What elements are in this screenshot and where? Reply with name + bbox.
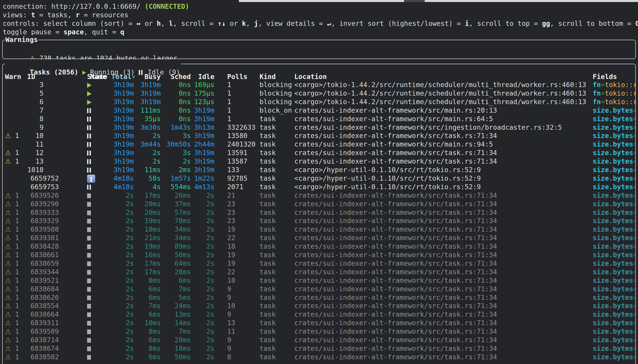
task-row[interactable]: 10183h19m11ms2ms3h19m133task<cargo>/hype… bbox=[3, 166, 635, 174]
cell-kind: task bbox=[260, 259, 296, 268]
cell-warn: ⚠ 1 bbox=[5, 293, 24, 302]
task-row[interactable]: ⚠ 168386592s17ms64ms2s19taskcrates/sui-i… bbox=[3, 259, 635, 268]
column-header-fields[interactable]: Fields bbox=[593, 72, 635, 81]
cell-kind: task bbox=[260, 183, 296, 191]
warn-count: 1 bbox=[15, 344, 19, 352]
cell-sched: 2s bbox=[163, 157, 191, 166]
cell-idle: 2s bbox=[192, 234, 214, 242]
field-equals: = bbox=[633, 132, 635, 140]
column-header-kind[interactable]: Kind bbox=[260, 72, 296, 81]
task-row[interactable]: ⚠ 168393332s20ms57ms2s23taskcrates/sui-i… bbox=[3, 208, 635, 217]
column-header-polls[interactable]: Polls bbox=[227, 72, 261, 81]
field-key: size.bytes bbox=[593, 336, 633, 344]
warn-count: 1 bbox=[15, 157, 19, 165]
field-key: size.bytes bbox=[593, 174, 633, 182]
field-equals: = bbox=[633, 106, 635, 114]
cell-sched: 0ns bbox=[163, 106, 191, 115]
task-row[interactable]: ⚠ 168384282s19ms89ms2s18taskcrates/sui-i… bbox=[3, 242, 635, 251]
text-segment: l bbox=[169, 20, 173, 28]
cell-location: crates/sui-indexer-alt-framework/src/tas… bbox=[294, 310, 591, 319]
cell-task-id: 10 bbox=[24, 132, 44, 140]
task-row[interactable]: 73h19m111ms0ns3h19m1block_oncrates/sui-i… bbox=[3, 106, 635, 115]
cell-idle: 2s bbox=[192, 225, 214, 234]
task-row[interactable]: ⚠ 168393292s19ms78ms2s23taskcrates/sui-i… bbox=[3, 216, 635, 225]
task-row[interactable]: 93h19m3m30s1m43s3h13m3322633taskcrates/s… bbox=[3, 123, 635, 132]
cell-name bbox=[90, 148, 100, 157]
task-row[interactable]: ⚠ 168395092s8ms7ms2s11taskcrates/sui-ind… bbox=[3, 327, 635, 336]
cell-fields: size.bytes= bbox=[593, 132, 635, 140]
task-row[interactable]: ⚠ 168392902s20ms37ms2s23taskcrates/sui-i… bbox=[3, 200, 635, 208]
cell-busy: 8ms bbox=[138, 276, 161, 285]
cell-busy: 2s bbox=[138, 148, 161, 157]
cell-location: crates/sui-indexer-alt-framework/src/tas… bbox=[294, 302, 591, 310]
task-row[interactable]: 113h19m3m44s30m50s2h44m2401320taskcrates… bbox=[3, 140, 635, 148]
cell-kind: task bbox=[260, 225, 296, 234]
warnings-panel: Warnings ⚠ 738 tasks are 1024 bytes or l… bbox=[2, 40, 636, 59]
task-row[interactable]: ⚠ 168393012s21ms34ms2s22taskcrates/sui-i… bbox=[3, 234, 635, 242]
field-key: size.bytes bbox=[593, 268, 633, 276]
task-row[interactable]: ⚠ 168386612s16ms50ms2s19taskcrates/sui-i… bbox=[3, 251, 635, 259]
text-segment: gg bbox=[542, 20, 550, 28]
task-row[interactable]: 83h19m35µs0ns3h19m1taskcrates/sui-indexe… bbox=[3, 115, 635, 123]
cell-location: crates/sui-indexer-alt-framework/src/tas… bbox=[294, 259, 591, 268]
cell-task-id: 6659753 bbox=[30, 183, 60, 191]
field-key: fn bbox=[593, 89, 601, 97]
task-row[interactable]: ⚠ 1103h19m2s3s3h19m13580taskcrates/sui-i… bbox=[3, 132, 635, 140]
warn-count: 1 bbox=[15, 234, 19, 242]
cell-busy: 35µs bbox=[138, 115, 161, 123]
column-header-location[interactable]: Location bbox=[294, 72, 591, 81]
task-row[interactable]: 53h19m3h19m0ns175µs1blocking<cargo>/toki… bbox=[3, 89, 635, 98]
cell-total: 2s bbox=[102, 327, 134, 336]
field-key: size.bytes bbox=[593, 200, 633, 208]
cell-total: 2s bbox=[102, 251, 134, 259]
task-row[interactable]: 6659752▲▲4m18s58s1m57s1m22s92785task<car… bbox=[3, 174, 635, 183]
task-row[interactable]: ⚠ 168393112s10ms14ms2s13taskcrates/sui-i… bbox=[3, 319, 635, 327]
task-row[interactable]: ⚠ 168386842s6ms7ms2s9taskcrates/sui-inde… bbox=[3, 285, 635, 293]
cell-name bbox=[90, 174, 100, 183]
column-header-sched[interactable]: Sched bbox=[163, 72, 191, 81]
task-row[interactable]: ⚠ 168385022s6ms50ms2s8taskcrates/sui-ind… bbox=[3, 353, 635, 361]
field-equals: = bbox=[633, 166, 635, 174]
cell-polls: 3322633 bbox=[227, 123, 261, 132]
field-equals: = bbox=[633, 344, 635, 352]
cell-busy: 3h19m bbox=[138, 80, 161, 89]
task-row[interactable]: ⚠ 168393442s17ms28ms2s22taskcrates/sui-i… bbox=[3, 268, 635, 276]
warning-icon: ⚠ bbox=[5, 225, 11, 233]
column-header-warn[interactable]: Warn bbox=[5, 72, 24, 81]
task-row[interactable]: ⚠ 168385542s7ms24ms2s10taskcrates/sui-in… bbox=[3, 302, 635, 310]
cell-kind: task bbox=[260, 268, 296, 276]
column-header-total[interactable]: Total▿ bbox=[102, 72, 136, 81]
cell-sched: 554ms bbox=[163, 183, 191, 191]
cell-polls: 2071 bbox=[227, 183, 261, 191]
column-header-idle[interactable]: Idle bbox=[192, 72, 214, 81]
task-row[interactable]: ⚠ 1133h19m2s2s3h19m13587taskcrates/sui-i… bbox=[3, 157, 635, 166]
task-row[interactable]: ⚠ 168395082s18ms34ms2s19taskcrates/sui-i… bbox=[3, 225, 635, 234]
task-row[interactable]: 66597534m18s4s554ms4m13s2071task<cargo>/… bbox=[3, 183, 635, 191]
cell-task-id: 6839311 bbox=[30, 319, 60, 327]
task-row[interactable]: ⚠ 168395212s8ms6ms2s10taskcrates/sui-ind… bbox=[3, 276, 635, 285]
cell-sched: 14ms bbox=[163, 319, 191, 327]
cell-polls: 10 bbox=[227, 302, 261, 310]
task-row[interactable]: ⚠ 168386262s6ms5ms2s9taskcrates/sui-inde… bbox=[3, 293, 635, 302]
cell-kind: task bbox=[260, 344, 296, 353]
cell-task-id: 6838554 bbox=[30, 302, 60, 310]
column-header-id[interactable]: ID bbox=[27, 72, 58, 81]
column-header-name[interactable]: Name bbox=[90, 72, 100, 81]
cell-task-id: 6838659 bbox=[30, 259, 60, 268]
warn-count: 1 bbox=[15, 208, 19, 216]
task-row[interactable]: 33h19m3h19m0ns169µs1blocking<cargo>/toki… bbox=[3, 80, 635, 89]
cell-idle: 3h19m bbox=[192, 106, 214, 115]
cell-sched: 0ns bbox=[163, 80, 191, 89]
task-row[interactable]: ⚠ 168386642s6ms13ms2s9taskcrates/sui-ind… bbox=[3, 310, 635, 319]
task-row[interactable]: ⚠ 168395262s17ms26ms2s21taskcrates/sui-i… bbox=[3, 191, 635, 200]
cell-task-id: 6838714 bbox=[30, 336, 60, 344]
column-header-busy[interactable]: Busy bbox=[138, 72, 161, 81]
task-row[interactable]: ⚠ 168386742s8ms10ms2s9taskcrates/sui-ind… bbox=[3, 344, 635, 353]
cell-sched: 78ms bbox=[163, 216, 191, 225]
task-row[interactable]: ⚠ 168387142s6ms20ms2s9taskcrates/sui-ind… bbox=[3, 336, 635, 344]
task-row[interactable]: 63h19m3h19m0ns123µs1blocking<cargo>/toki… bbox=[3, 98, 635, 106]
task-row[interactable]: ⚠ 1123h19m2s3s3h19m13591taskcrates/sui-i… bbox=[3, 148, 635, 157]
cell-sched: 50ms bbox=[163, 353, 191, 361]
field-equals: = bbox=[633, 353, 635, 361]
cell-idle: 4m13s bbox=[192, 183, 214, 191]
